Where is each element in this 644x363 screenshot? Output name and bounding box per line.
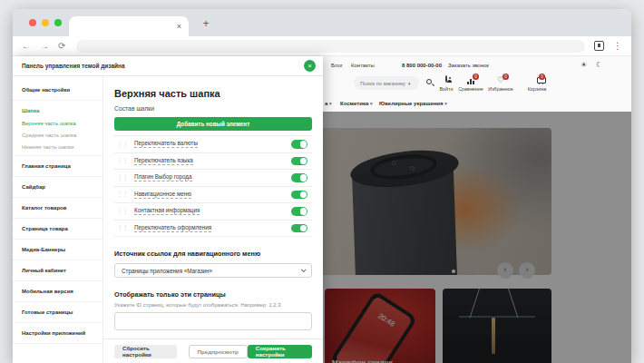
toggle-switch[interactable] [291, 224, 307, 233]
sidebar-item-sidebar[interactable]: Сайдбар [13, 177, 102, 198]
panel-title: Панель управления темой дизайна [22, 63, 125, 69]
element-row-language: ⋮⋮ Переключатель языка [114, 153, 312, 171]
reload-icon[interactable]: ⟳ [58, 41, 65, 51]
browser-window: × + ← → ⟳ ⋮ Блог Контакты 8 800 000-00-0… [13, 9, 631, 363]
compare-button[interactable]: 0 Сравнение [455, 76, 486, 92]
element-label[interactable]: Переключатель валюты [134, 140, 198, 148]
drag-handle-icon[interactable]: ⋮⋮ [117, 191, 128, 198]
forward-icon[interactable]: → [40, 41, 49, 51]
tab-close-icon[interactable]: × [177, 22, 181, 31]
chevron-down-icon [301, 267, 307, 272]
minimize-window-button[interactable] [42, 19, 49, 26]
search-placeholder: Поиск по магазину [360, 81, 405, 86]
save-settings-button[interactable]: Сохранить настройки [248, 345, 312, 358]
topbar-link-contacts[interactable]: Контакты [351, 63, 375, 68]
nav-item-truncated[interactable]: а ▾ [325, 101, 332, 106]
compare-count-badge: 0 [473, 74, 479, 80]
sidebar-item-header-middle[interactable]: Средняя часть шапка [13, 129, 102, 141]
panel-header: Панель управления темой дизайна × [13, 56, 323, 76]
drag-handle-icon[interactable]: ⋮⋮ [117, 157, 128, 164]
nav-item-jewelry[interactable]: Ювелирные украшения ▾ [379, 101, 447, 106]
close-window-button[interactable] [29, 19, 36, 26]
sidebar-item-general[interactable]: Общие настройки [13, 80, 102, 101]
panel-close-button[interactable]: × [304, 60, 316, 72]
toggle-switch[interactable] [291, 140, 307, 149]
window-controls [29, 19, 62, 26]
sidebar-item-header-top[interactable]: Верхняя часть шапка [13, 117, 102, 129]
drag-handle-icon[interactable]: ⋮⋮ [117, 174, 128, 182]
toggle-switch[interactable] [291, 173, 307, 182]
sidebar-item-catalog[interactable]: Каталог товаров [13, 198, 102, 219]
browser-menu-icon[interactable]: ⋮ [613, 41, 622, 51]
sidebar-item-mobile[interactable]: Мобильная версия [13, 281, 102, 302]
dot-separator: · [443, 63, 444, 68]
toggle-switch[interactable] [291, 157, 307, 166]
panel-footer: Сбросить настройки Предпросмотр Сохранит… [103, 338, 323, 363]
page-ids-input[interactable] [114, 312, 312, 330]
element-row-city: ⋮⋮ Плагин Выбор города [114, 170, 312, 187]
maximize-window-button[interactable] [54, 19, 62, 26]
light-theme-icon[interactable]: ☀ [581, 61, 587, 69]
browser-toolbar: ← → ⟳ ⋮ [13, 36, 631, 56]
address-bar[interactable] [76, 40, 585, 53]
nav-item-cosmetics[interactable]: Косметика ▾ [340, 101, 372, 106]
sidebar-item-account[interactable]: Личный кабинет [13, 260, 102, 281]
browser-tab-strip: × + [13, 9, 631, 36]
theme-settings-panel: Панель управления темой дизайна × Общие … [13, 56, 323, 363]
drag-handle-icon[interactable]: ⋮⋮ [117, 224, 128, 231]
cart-button[interactable]: 0 Корзина [522, 76, 552, 92]
drag-handle-icon[interactable]: ⋮⋮ [117, 208, 128, 215]
sidebar-item-product-page[interactable]: Страница товара [13, 219, 102, 240]
back-icon[interactable]: ← [22, 41, 31, 51]
element-row-nav-menu: ⋮⋮ Навигационное меню [114, 187, 312, 204]
sidebar-item-header[interactable]: Шапка [13, 101, 102, 117]
sidebar-item-header-bottom[interactable]: Нижняя часть шапки [13, 141, 102, 156]
callback-link[interactable]: Заказать звонок [448, 63, 489, 68]
add-element-button[interactable]: Добавить новый элемент [114, 117, 312, 131]
sidebar-item-app-settings[interactable]: Настройки приложений [13, 323, 102, 344]
drag-handle-icon[interactable]: ⋮⋮ [117, 141, 128, 148]
store-phone-number: 8 800 000-00-00 [402, 63, 442, 68]
new-tab-button[interactable]: + [198, 15, 214, 32]
favorites-count-badge: 0 [503, 74, 509, 80]
element-label[interactable]: Переключатель оформления [134, 224, 211, 232]
topbar-link-blog[interactable]: Блог [331, 63, 343, 68]
element-row-contacts: ⋮⋮ Контактная информация [114, 203, 312, 221]
browser-tab[interactable]: × [69, 16, 189, 36]
page-title: Верхняя часть шапка [114, 88, 312, 99]
preview-button[interactable]: Предпросмотр [189, 345, 248, 358]
sidebar-item-ready-pages[interactable]: Готовые страницы [13, 302, 102, 323]
section-subtitle: Состав шапки [114, 105, 312, 112]
panel-sidebar: Общие настройки Шапка Верхняя часть шапк… [13, 76, 103, 363]
dark-theme-icon[interactable]: ☾ [596, 61, 602, 69]
sidebar-item-home[interactable]: Главная страница [13, 156, 102, 177]
element-label[interactable]: Плагин Выбор города [134, 173, 192, 182]
pages-filter-heading: Отображать только эти страницы [114, 290, 312, 299]
search-input[interactable]: Поиск по магазину ▾ [354, 76, 419, 90]
extension-icon[interactable] [594, 41, 604, 51]
search-scope-caret-icon: ▾ [408, 81, 411, 86]
element-label[interactable]: Переключатель языка [134, 157, 193, 165]
toggle-switch[interactable] [291, 191, 307, 200]
favorites-button[interactable]: ♡ 0 Избранное [485, 76, 516, 92]
toggle-switch[interactable] [291, 207, 307, 216]
element-row-currency: ⋮⋮ Переключатель валюты [114, 136, 312, 153]
element-row-theme-switcher: ⋮⋮ Переключатель оформления [114, 221, 312, 238]
pages-filter-help: Укажите ID страниц, которые будут отобра… [114, 302, 312, 308]
element-label[interactable]: Навигационное меню [134, 191, 191, 199]
header-elements-list: ⋮⋮ Переключатель валюты ⋮⋮ Переключатель… [114, 135, 312, 237]
sidebar-item-media-banners[interactable]: Медиа-Баннеры [13, 240, 102, 260]
element-label[interactable]: Контактная информация [134, 207, 200, 215]
user-icon [445, 75, 447, 83]
nav-source-select[interactable]: Страницы приложения «Магазин» [114, 263, 312, 278]
nav-source-heading: Источник ссылок для навигационного меню [114, 250, 312, 258]
cart-count-badge: 0 [539, 74, 545, 80]
panel-main: Верхняя часть шапка Состав шапки Добавит… [103, 76, 323, 363]
reset-settings-button[interactable]: Сбросить настройки [114, 345, 177, 358]
